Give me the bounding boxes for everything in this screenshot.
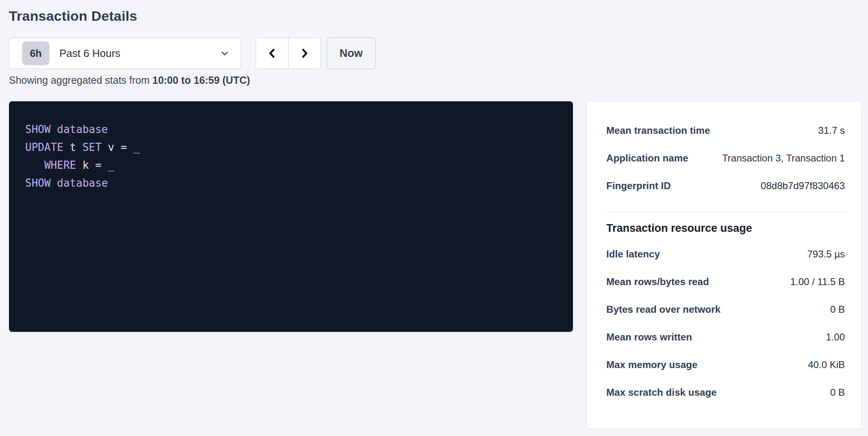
stat-label: Idle latency	[606, 249, 660, 260]
sql-code-line: UPDATE t SET v = _	[25, 138, 557, 156]
sql-plain-token	[51, 177, 57, 189]
stat-label: Fingerprint ID	[606, 180, 671, 192]
previous-interval-button[interactable]	[256, 38, 288, 69]
page-title: Transaction Details	[9, 8, 868, 24]
stat-label: Mean transaction time	[606, 125, 710, 136]
stat-row: Idle latency 793.5 µs	[606, 240, 845, 268]
sql-keyword-token: UPDATE	[25, 141, 63, 153]
stat-label: Application name	[606, 153, 688, 164]
stat-row: Mean transaction time 31.7 s	[606, 117, 845, 144]
time-toolbar: 6h Past 6 Hours	[9, 37, 868, 69]
stat-value: Transaction 3, Transaction 1	[722, 153, 845, 164]
time-window-badge: 6h	[22, 41, 50, 65]
time-window-label: Past 6 Hours	[59, 47, 120, 60]
aggregation-note-range: 10:00 to 16:59 (UTC)	[152, 74, 250, 86]
stat-row: Bytes read over network 0 B	[606, 296, 845, 323]
stat-value: 31.7 s	[818, 125, 845, 136]
sql-keyword-token: SHOW	[25, 177, 51, 189]
stat-label: Mean rows written	[606, 331, 692, 343]
stat-row: Mean rows/bytes read 1.00 / 11.5 B	[606, 268, 845, 296]
aggregation-note: Showing aggregated stats from 10:00 to 1…	[9, 74, 868, 86]
stat-value: 793.5 µs	[807, 249, 845, 260]
aggregation-note-prefix: Showing aggregated stats from	[9, 74, 152, 86]
stat-value: 0 B	[830, 387, 845, 398]
stat-label: Max scratch disk usage	[606, 387, 717, 398]
sql-plain-token: t	[63, 141, 82, 153]
stat-row: Max scratch disk usage 0 B	[606, 379, 845, 406]
stat-row: Application name Transaction 3, Transact…	[606, 144, 845, 172]
sql-plain-token: k = _	[76, 159, 114, 171]
sql-statement-box: SHOW databaseUPDATE t SET v = _ WHERE k …	[9, 101, 573, 332]
chevron-right-icon	[298, 46, 310, 60]
stat-row: Max memory usage 40.0 KiB	[606, 351, 845, 379]
sql-keyword-token: database	[57, 177, 108, 189]
sql-code-line: SHOW database	[25, 174, 557, 192]
sql-code-line: WHERE k = _	[25, 156, 557, 174]
sql-keyword-token: SET	[82, 141, 102, 153]
sql-keyword-token: WHERE	[44, 159, 76, 171]
sql-keyword-token: database	[57, 123, 108, 135]
stat-value: 0 B	[830, 304, 845, 315]
stat-value: 1.00	[826, 331, 845, 343]
sql-code-line: SHOW database	[25, 120, 557, 138]
sql-plain-token: v = _	[102, 141, 140, 153]
content-row: SHOW databaseUPDATE t SET v = _ WHERE k …	[9, 101, 868, 429]
stat-label: Max memory usage	[606, 359, 697, 371]
transaction-stats-card: Mean transaction time 31.7 s Application…	[586, 101, 861, 429]
primary-stats-list: Mean transaction time 31.7 s Application…	[606, 117, 845, 200]
resource-stats-list: Idle latency 793.5 µs Mean rows/bytes re…	[606, 240, 845, 406]
stat-row: Mean rows written 1.00	[606, 323, 845, 351]
time-range-picker[interactable]: 6h Past 6 Hours	[9, 37, 241, 69]
stat-value: 40.0 KiB	[808, 359, 845, 371]
stat-row: Fingerprint ID 08d8b7d97f830463	[606, 172, 845, 200]
stat-value: 1.00 / 11.5 B	[790, 276, 845, 288]
transaction-details-page: Transaction Details 6h Past 6 Hours	[0, 0, 868, 436]
chevron-left-icon	[266, 46, 278, 60]
time-step-buttons	[256, 37, 321, 69]
sql-keyword-token: SHOW	[25, 123, 51, 135]
sql-plain-token	[51, 123, 57, 135]
card-divider	[606, 212, 845, 212]
stat-label: Bytes read over network	[606, 304, 720, 315]
resource-usage-heading: Transaction resource usage	[606, 222, 845, 235]
now-button[interactable]: Now	[327, 37, 375, 69]
chevron-down-icon	[219, 48, 230, 59]
stat-label: Mean rows/bytes read	[606, 276, 709, 288]
stat-value: 08d8b7d97f830463	[761, 180, 845, 192]
sql-plain-token	[25, 159, 44, 171]
next-interval-button[interactable]	[288, 38, 320, 69]
